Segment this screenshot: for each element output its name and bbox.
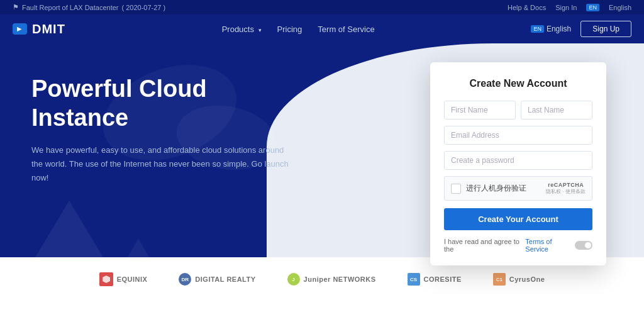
partner-coresite: CS CORESITE: [408, 273, 462, 286]
bg-triangle-1: [31, 201, 107, 264]
lang-text: English: [547, 25, 571, 33]
first-name-input[interactable]: [444, 101, 516, 120]
terms-toggle[interactable]: [575, 241, 592, 250]
signup-button[interactable]: Sign Up: [580, 21, 631, 37]
announcement-text: Fault Report of LAX Datacenter: [22, 4, 118, 11]
juniper-label: Juniper NETWORKS: [304, 275, 376, 283]
juniper-icon: J: [287, 273, 300, 286]
password-row: [444, 151, 592, 170]
fault-icon: ⚑: [13, 3, 19, 11]
registration-form-card: Create New Account 进行人机身份验证 reCAPTCHA 隐私…: [430, 62, 606, 265]
nav-products[interactable]: Products ▾: [222, 25, 262, 34]
announcement-date: ( 2020-07-27 ): [121, 4, 165, 11]
coresite-abbr: CS: [410, 277, 417, 282]
juniper-abbr: J: [292, 277, 294, 282]
announcement-right: Help & Docs Sign In EN English: [508, 4, 631, 11]
logo-area: DMIT: [13, 22, 65, 36]
terms-link[interactable]: Terms of Service: [525, 238, 572, 253]
logo-icon: [13, 23, 27, 35]
digital-realty-abbr: DR: [182, 277, 189, 282]
email-row: [444, 126, 592, 145]
captcha-label: 进行人机身份验证: [466, 183, 526, 194]
help-docs-link[interactable]: Help & Docs: [508, 4, 546, 11]
captcha-left: 进行人机身份验证: [451, 183, 526, 194]
equinix-icon: [99, 272, 113, 286]
recaptcha-branding: reCAPTCHA 隐私权 · 使用条款: [546, 182, 586, 195]
cyrusone-abbr: C1: [496, 277, 502, 282]
name-row: [444, 101, 592, 120]
form-title: Create New Account: [444, 78, 592, 89]
nav-pricing[interactable]: Pricing: [277, 25, 303, 34]
digital-realty-label: DIGITAL REALTY: [195, 275, 255, 283]
password-input[interactable]: [444, 151, 592, 170]
partner-juniper: J Juniper NETWORKS: [287, 273, 376, 286]
hero-description: We have powerful, easy to use, and affor…: [31, 143, 296, 185]
partner-equinix: EQUINIX: [99, 272, 148, 286]
create-account-button[interactable]: Create Your Account: [444, 208, 592, 230]
announcement-left: ⚑ Fault Report of LAX Datacenter ( 2020-…: [13, 3, 165, 11]
captcha-box[interactable]: 进行人机身份验证 reCAPTCHA 隐私权 · 使用条款: [444, 176, 592, 201]
lang-label: English: [609, 4, 631, 11]
partner-cyrusone: C1 CyrusOne: [493, 273, 545, 286]
announcement-bar: ⚑ Fault Report of LAX Datacenter ( 2020-…: [0, 0, 644, 14]
header-right: EN English Sign Up: [531, 21, 631, 37]
equinix-label: EQUINIX: [117, 275, 148, 283]
header: DMIT Products ▾ Pricing Term of Service …: [0, 14, 644, 43]
coresite-icon: CS: [408, 273, 420, 286]
flag-en: EN: [586, 4, 599, 11]
email-input[interactable]: [444, 126, 592, 145]
dropdown-arrow: ▾: [258, 27, 262, 33]
digital-realty-icon: DR: [179, 273, 191, 286]
recaptcha-logo: reCAPTCHA: [548, 182, 584, 188]
coresite-label: CORESITE: [424, 275, 462, 283]
last-name-input[interactable]: [521, 101, 592, 120]
cyrusone-icon: C1: [493, 273, 506, 286]
language-selector[interactable]: EN English: [531, 25, 571, 33]
terms-text: I have read and agree to the: [444, 238, 522, 253]
main-nav: Products ▾ Pricing Term of Service: [222, 25, 375, 34]
nav-terms[interactable]: Term of Service: [318, 25, 374, 34]
lang-flag: EN: [531, 25, 544, 33]
logo-text: DMIT: [32, 22, 65, 36]
main-section: Powerful Cloud Instance We have powerful…: [0, 43, 644, 301]
partner-digital-realty: DR DIGITAL REALTY: [179, 273, 255, 286]
hero-title: Powerful Cloud Instance: [31, 75, 296, 132]
recaptcha-sub: 隐私权 · 使用条款: [546, 188, 586, 195]
hero-section: Powerful Cloud Instance We have powerful…: [31, 75, 296, 185]
terms-row: I have read and agree to the Terms of Se…: [444, 238, 592, 253]
signin-link[interactable]: Sign In: [555, 4, 577, 11]
captcha-checkbox[interactable]: [451, 184, 461, 194]
cyrusone-label: CyrusOne: [509, 275, 545, 283]
